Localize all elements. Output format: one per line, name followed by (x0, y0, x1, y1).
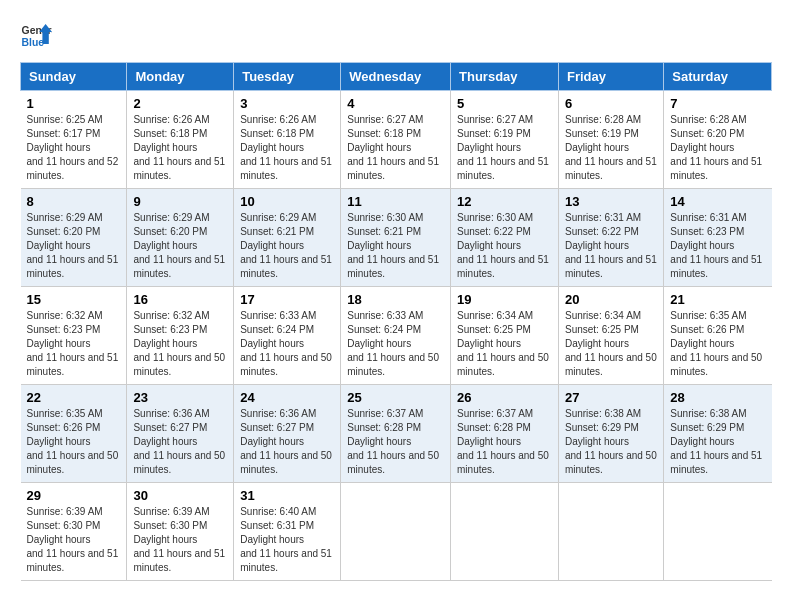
calendar-cell: 16Sunrise: 6:32 AMSunset: 6:23 PMDayligh… (127, 287, 234, 385)
day-number: 12 (457, 194, 552, 209)
calendar-cell (664, 483, 772, 581)
day-number: 2 (133, 96, 227, 111)
calendar-cell: 8Sunrise: 6:29 AMSunset: 6:20 PMDaylight… (21, 189, 127, 287)
calendar-cell: 30Sunrise: 6:39 AMSunset: 6:30 PMDayligh… (127, 483, 234, 581)
calendar-cell: 9Sunrise: 6:29 AMSunset: 6:20 PMDaylight… (127, 189, 234, 287)
day-number: 5 (457, 96, 552, 111)
calendar-cell (341, 483, 451, 581)
calendar-cell: 12Sunrise: 6:30 AMSunset: 6:22 PMDayligh… (451, 189, 559, 287)
calendar-cell (558, 483, 663, 581)
day-number: 18 (347, 292, 444, 307)
day-number: 26 (457, 390, 552, 405)
column-header-wednesday: Wednesday (341, 63, 451, 91)
calendar-cell: 11Sunrise: 6:30 AMSunset: 6:21 PMDayligh… (341, 189, 451, 287)
calendar-cell: 28Sunrise: 6:38 AMSunset: 6:29 PMDayligh… (664, 385, 772, 483)
day-number: 29 (27, 488, 121, 503)
day-number: 20 (565, 292, 657, 307)
calendar-cell: 3Sunrise: 6:26 AMSunset: 6:18 PMDaylight… (234, 91, 341, 189)
calendar-cell: 19Sunrise: 6:34 AMSunset: 6:25 PMDayligh… (451, 287, 559, 385)
day-info: Sunrise: 6:36 AMSunset: 6:27 PMDaylight … (240, 408, 332, 475)
day-info: Sunrise: 6:31 AMSunset: 6:23 PMDaylight … (670, 212, 762, 279)
calendar-cell: 29Sunrise: 6:39 AMSunset: 6:30 PMDayligh… (21, 483, 127, 581)
logo: General Blue (20, 20, 52, 52)
day-info: Sunrise: 6:39 AMSunset: 6:30 PMDaylight … (27, 506, 119, 573)
calendar-cell: 23Sunrise: 6:36 AMSunset: 6:27 PMDayligh… (127, 385, 234, 483)
day-info: Sunrise: 6:38 AMSunset: 6:29 PMDaylight … (565, 408, 657, 475)
day-info: Sunrise: 6:36 AMSunset: 6:27 PMDaylight … (133, 408, 225, 475)
logo-icon: General Blue (20, 20, 52, 52)
day-info: Sunrise: 6:29 AMSunset: 6:20 PMDaylight … (27, 212, 119, 279)
day-number: 30 (133, 488, 227, 503)
day-info: Sunrise: 6:37 AMSunset: 6:28 PMDaylight … (457, 408, 549, 475)
day-number: 16 (133, 292, 227, 307)
calendar-cell: 14Sunrise: 6:31 AMSunset: 6:23 PMDayligh… (664, 189, 772, 287)
column-header-friday: Friday (558, 63, 663, 91)
day-info: Sunrise: 6:28 AMSunset: 6:19 PMDaylight … (565, 114, 657, 181)
day-number: 15 (27, 292, 121, 307)
day-info: Sunrise: 6:35 AMSunset: 6:26 PMDaylight … (670, 310, 762, 377)
day-info: Sunrise: 6:30 AMSunset: 6:22 PMDaylight … (457, 212, 549, 279)
column-header-thursday: Thursday (451, 63, 559, 91)
calendar-cell: 26Sunrise: 6:37 AMSunset: 6:28 PMDayligh… (451, 385, 559, 483)
day-info: Sunrise: 6:37 AMSunset: 6:28 PMDaylight … (347, 408, 439, 475)
day-info: Sunrise: 6:34 AMSunset: 6:25 PMDaylight … (565, 310, 657, 377)
day-info: Sunrise: 6:32 AMSunset: 6:23 PMDaylight … (27, 310, 119, 377)
column-header-monday: Monday (127, 63, 234, 91)
day-info: Sunrise: 6:38 AMSunset: 6:29 PMDaylight … (670, 408, 762, 475)
day-info: Sunrise: 6:27 AMSunset: 6:18 PMDaylight … (347, 114, 439, 181)
day-number: 11 (347, 194, 444, 209)
day-info: Sunrise: 6:33 AMSunset: 6:24 PMDaylight … (240, 310, 332, 377)
day-info: Sunrise: 6:29 AMSunset: 6:21 PMDaylight … (240, 212, 332, 279)
calendar-cell: 15Sunrise: 6:32 AMSunset: 6:23 PMDayligh… (21, 287, 127, 385)
day-number: 24 (240, 390, 334, 405)
calendar-cell: 31Sunrise: 6:40 AMSunset: 6:31 PMDayligh… (234, 483, 341, 581)
day-info: Sunrise: 6:40 AMSunset: 6:31 PMDaylight … (240, 506, 332, 573)
calendar-cell: 10Sunrise: 6:29 AMSunset: 6:21 PMDayligh… (234, 189, 341, 287)
day-info: Sunrise: 6:26 AMSunset: 6:18 PMDaylight … (133, 114, 225, 181)
day-info: Sunrise: 6:29 AMSunset: 6:20 PMDaylight … (133, 212, 225, 279)
calendar-cell: 21Sunrise: 6:35 AMSunset: 6:26 PMDayligh… (664, 287, 772, 385)
day-info: Sunrise: 6:34 AMSunset: 6:25 PMDaylight … (457, 310, 549, 377)
calendar-cell: 7Sunrise: 6:28 AMSunset: 6:20 PMDaylight… (664, 91, 772, 189)
day-number: 6 (565, 96, 657, 111)
calendar-cell: 1Sunrise: 6:25 AMSunset: 6:17 PMDaylight… (21, 91, 127, 189)
calendar-cell: 22Sunrise: 6:35 AMSunset: 6:26 PMDayligh… (21, 385, 127, 483)
calendar-cell: 13Sunrise: 6:31 AMSunset: 6:22 PMDayligh… (558, 189, 663, 287)
column-header-saturday: Saturday (664, 63, 772, 91)
day-info: Sunrise: 6:33 AMSunset: 6:24 PMDaylight … (347, 310, 439, 377)
day-number: 21 (670, 292, 765, 307)
day-number: 14 (670, 194, 765, 209)
day-number: 28 (670, 390, 765, 405)
day-number: 1 (27, 96, 121, 111)
day-number: 4 (347, 96, 444, 111)
day-info: Sunrise: 6:28 AMSunset: 6:20 PMDaylight … (670, 114, 762, 181)
page-header: General Blue (20, 20, 772, 52)
day-number: 22 (27, 390, 121, 405)
calendar-cell: 2Sunrise: 6:26 AMSunset: 6:18 PMDaylight… (127, 91, 234, 189)
day-info: Sunrise: 6:35 AMSunset: 6:26 PMDaylight … (27, 408, 119, 475)
day-info: Sunrise: 6:39 AMSunset: 6:30 PMDaylight … (133, 506, 225, 573)
calendar-cell: 27Sunrise: 6:38 AMSunset: 6:29 PMDayligh… (558, 385, 663, 483)
calendar-cell: 25Sunrise: 6:37 AMSunset: 6:28 PMDayligh… (341, 385, 451, 483)
day-info: Sunrise: 6:27 AMSunset: 6:19 PMDaylight … (457, 114, 549, 181)
calendar-cell: 5Sunrise: 6:27 AMSunset: 6:19 PMDaylight… (451, 91, 559, 189)
day-number: 17 (240, 292, 334, 307)
day-number: 27 (565, 390, 657, 405)
day-number: 10 (240, 194, 334, 209)
calendar-cell: 24Sunrise: 6:36 AMSunset: 6:27 PMDayligh… (234, 385, 341, 483)
column-header-tuesday: Tuesday (234, 63, 341, 91)
day-number: 9 (133, 194, 227, 209)
day-number: 8 (27, 194, 121, 209)
day-info: Sunrise: 6:26 AMSunset: 6:18 PMDaylight … (240, 114, 332, 181)
calendar-cell: 6Sunrise: 6:28 AMSunset: 6:19 PMDaylight… (558, 91, 663, 189)
column-header-sunday: Sunday (21, 63, 127, 91)
calendar-cell: 17Sunrise: 6:33 AMSunset: 6:24 PMDayligh… (234, 287, 341, 385)
day-info: Sunrise: 6:30 AMSunset: 6:21 PMDaylight … (347, 212, 439, 279)
calendar-cell: 4Sunrise: 6:27 AMSunset: 6:18 PMDaylight… (341, 91, 451, 189)
day-number: 25 (347, 390, 444, 405)
day-info: Sunrise: 6:25 AMSunset: 6:17 PMDaylight … (27, 114, 119, 181)
day-number: 3 (240, 96, 334, 111)
day-number: 7 (670, 96, 765, 111)
calendar-cell: 18Sunrise: 6:33 AMSunset: 6:24 PMDayligh… (341, 287, 451, 385)
day-number: 23 (133, 390, 227, 405)
